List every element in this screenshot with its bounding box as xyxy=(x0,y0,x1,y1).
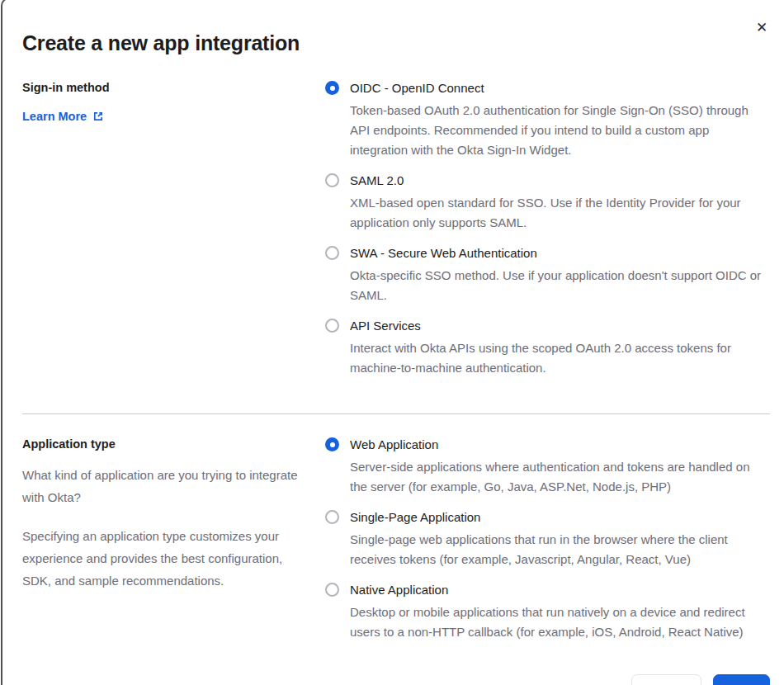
radio-option-label[interactable]: SAML 2.0 xyxy=(350,173,764,187)
close-icon[interactable]: ✕ xyxy=(753,20,770,36)
radio-button[interactable] xyxy=(325,583,339,597)
radio-option-label[interactable]: OIDC - OpenID Connect xyxy=(350,81,764,95)
external-link-icon xyxy=(92,111,104,122)
radio-option-description: Desktop or mobile applications that run … xyxy=(350,602,764,642)
signin-options: OIDC - OpenID Connect Token-based OAuth … xyxy=(325,81,770,378)
radio-option-swa: SWA - Secure Web Authentication Okta-spe… xyxy=(325,246,770,305)
apptype-paragraph: Specifying an application type customize… xyxy=(22,525,307,592)
radio-option-single-page-application: Single-Page Application Single-page web … xyxy=(325,510,770,569)
learn-more-label: Learn More xyxy=(22,110,87,123)
modal-header: Create a new app integration ✕ xyxy=(2,2,784,55)
section-divider xyxy=(22,413,770,414)
modal-footer: Cancel Next xyxy=(2,642,784,685)
radio-option-label[interactable]: Single-Page Application xyxy=(350,510,764,524)
radio-button[interactable] xyxy=(325,437,339,451)
signin-method-section: Sign-in method Learn More OIDC - OpenID … xyxy=(2,81,784,378)
apptype-options: Web Application Server-side applications… xyxy=(325,437,770,642)
radio-option-description: Server-side applications where authentic… xyxy=(350,457,764,497)
signin-method-label: Sign-in method xyxy=(22,81,318,95)
radio-button[interactable] xyxy=(325,81,339,95)
radio-option-label[interactable]: Web Application xyxy=(350,437,764,451)
radio-button[interactable] xyxy=(325,319,339,333)
radio-option-description: Okta-specific SSO method. Use if your ap… xyxy=(350,266,764,305)
radio-option-description: Token-based OAuth 2.0 authentication for… xyxy=(350,101,764,160)
radio-option-web-application: Web Application Server-side applications… xyxy=(325,437,770,497)
radio-option-description: Interact with Okta APIs using the scoped… xyxy=(350,338,764,378)
apptype-left-column: Application type What kind of applicatio… xyxy=(22,437,318,642)
cancel-button[interactable]: Cancel xyxy=(631,674,701,685)
radio-option-label[interactable]: SWA - Secure Web Authentication xyxy=(350,246,764,260)
application-type-section: Application type What kind of applicatio… xyxy=(2,437,784,642)
page-title: Create a new app integration xyxy=(22,31,770,55)
application-type-label: Application type xyxy=(22,437,318,451)
radio-option-oidc: OIDC - OpenID Connect Token-based OAuth … xyxy=(325,81,770,160)
radio-option-native-application: Native Application Desktop or mobile app… xyxy=(325,583,770,642)
radio-option-description: Single-page web applications that run in… xyxy=(350,530,764,569)
radio-option-label[interactable]: Native Application xyxy=(350,583,764,597)
radio-button[interactable] xyxy=(325,173,339,187)
signin-left-column: Sign-in method Learn More xyxy=(22,81,318,378)
radio-option-label[interactable]: API Services xyxy=(350,319,764,333)
radio-option-api-services: API Services Interact with Okta APIs usi… xyxy=(325,319,770,378)
radio-button[interactable] xyxy=(325,510,339,524)
next-button[interactable]: Next xyxy=(713,674,770,685)
radio-button[interactable] xyxy=(325,246,339,260)
learn-more-link[interactable]: Learn More xyxy=(22,110,104,123)
radio-option-saml: SAML 2.0 XML-based open standard for SSO… xyxy=(325,173,770,233)
radio-option-description: XML-based open standard for SSO. Use if … xyxy=(350,193,764,233)
create-app-integration-modal: Create a new app integration ✕ Sign-in m… xyxy=(1,0,784,685)
apptype-paragraph: What kind of application are you trying … xyxy=(22,464,307,508)
